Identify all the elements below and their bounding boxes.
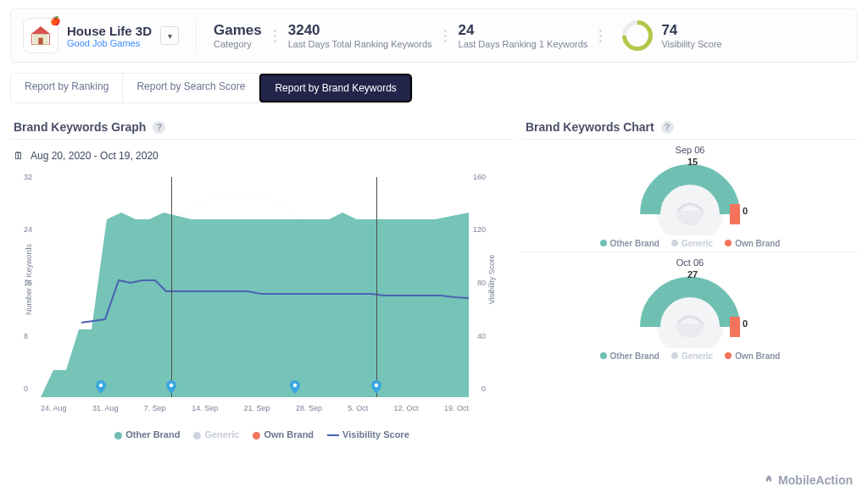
- legend-visibility[interactable]: Visibility Score: [327, 429, 409, 439]
- tab-brand-keywords[interactable]: Report by Brand Keywords: [259, 74, 411, 102]
- x-axis-ticks: 24. Aug 31. Aug 7. Sep 14. Sep 21. Sep 2…: [41, 404, 469, 412]
- app-icon: 🍎: [23, 18, 58, 53]
- y-axis-right-label: Visibility Score: [487, 255, 496, 304]
- header-card: 🍎 House Life 3D Good Job Games ▾ Games C…: [10, 8, 858, 63]
- svg-point-6: [293, 384, 297, 387]
- plot-surface: [41, 177, 469, 397]
- drag-handle-icon: [599, 30, 602, 42]
- chart-legend: Other Brand Generic Own Brand Visibility…: [10, 423, 514, 445]
- stat-total-keywords: 3240 Last Days Total Ranking Keywords: [288, 22, 432, 49]
- visibility-ring-icon: [616, 14, 659, 58]
- panel-brand-graph: Brand Keywords Graph ? 🗓 Aug 20, 2020 - …: [10, 112, 514, 445]
- platform-badge-icon: 🍎: [50, 16, 60, 25]
- footer-brand[interactable]: MobileAction: [763, 473, 853, 487]
- app-info: 🍎 House Life 3D Good Job Games ▾: [23, 18, 179, 53]
- svg-point-4: [98, 384, 102, 387]
- stat-visibility: 74 Visibility Score: [622, 20, 721, 51]
- svg-rect-3: [38, 38, 42, 45]
- donut-legend: Other Brand Generic Own Brand: [522, 351, 858, 361]
- report-tabs: Report by Ranking Report by Search Score…: [10, 73, 413, 103]
- tab-ranking[interactable]: Report by Ranking: [11, 74, 123, 102]
- legend-other-brand[interactable]: Other Brand: [114, 429, 180, 439]
- svg-marker-2: [31, 27, 51, 35]
- donut-legend: Other Brand Generic Own Brand: [522, 239, 858, 248]
- donut-oct06: Oct 06 27 0 Other Brand Generic Own Bran…: [522, 252, 858, 364]
- tab-search-score[interactable]: Report by Search Score: [123, 74, 259, 102]
- help-icon[interactable]: ?: [661, 121, 674, 134]
- donut-chart[interactable]: 27 0: [618, 268, 762, 348]
- brand-rocket-icon: [763, 474, 775, 486]
- drag-handle-icon: [274, 30, 276, 42]
- pin-icon[interactable]: [290, 380, 300, 397]
- app-select-dropdown[interactable]: ▾: [160, 26, 179, 45]
- donut-chart[interactable]: 15 0: [618, 155, 762, 235]
- pin-icon[interactable]: [371, 380, 381, 397]
- content-columns: Brand Keywords Graph ? 🗓 Aug 20, 2020 - …: [10, 112, 858, 445]
- pin-icon[interactable]: [96, 380, 106, 397]
- section-title-graph: Brand Keywords Graph ?: [10, 112, 514, 140]
- vertical-marker: [171, 177, 172, 397]
- donut-sep06: Sep 06 15 0 Other Brand Generic Own Bran…: [522, 140, 858, 252]
- pin-icon[interactable]: [166, 380, 176, 397]
- vertical-marker: [376, 177, 377, 397]
- area-series: [41, 177, 469, 397]
- stat-rank1-keywords: 24 Last Days Ranking 1 Keywords: [459, 22, 588, 49]
- app-title: House Life 3D: [67, 24, 152, 38]
- drag-handle-icon: [444, 30, 447, 42]
- help-icon[interactable]: ?: [153, 121, 165, 134]
- calendar-icon: 🗓: [14, 150, 24, 162]
- brand-keywords-chart[interactable]: Number of Keywords Visibility Score 32 2…: [15, 169, 494, 423]
- svg-point-5: [170, 384, 173, 387]
- separator: [196, 20, 197, 51]
- svg-point-7: [375, 384, 378, 387]
- legend-generic[interactable]: Generic: [193, 429, 239, 439]
- section-title-chart: Brand Keywords Chart ?: [522, 112, 858, 140]
- developer-link[interactable]: Good Job Games: [67, 38, 152, 48]
- stat-category: Games Category: [214, 22, 262, 49]
- legend-own-brand[interactable]: Own Brand: [253, 429, 314, 439]
- panel-brand-chart: Brand Keywords Chart ? Sep 06 15 0 Other…: [522, 112, 858, 445]
- date-range-picker[interactable]: 🗓 Aug 20, 2020 - Oct 19, 2020: [10, 140, 514, 165]
